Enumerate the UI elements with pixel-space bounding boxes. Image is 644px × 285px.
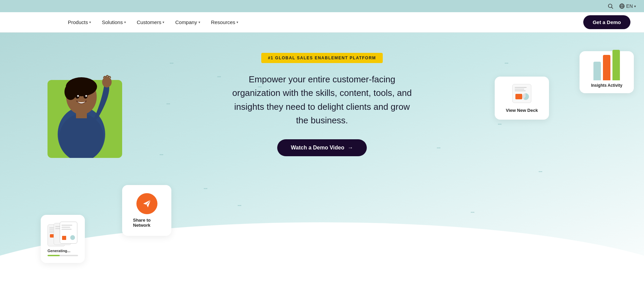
top-bar: EN ▾	[0, 0, 644, 12]
deco-dash: ╌	[204, 185, 207, 192]
lang-chevron: ▾	[634, 4, 636, 8]
resources-chevron: ▾	[236, 20, 238, 24]
deco-dash: ╌	[238, 202, 241, 209]
svg-rect-10	[76, 110, 87, 118]
svg-line-1	[611, 7, 613, 8]
insights-bars-chart	[593, 57, 620, 80]
gen-docs-visual	[48, 222, 78, 245]
gen-progress-bar	[48, 255, 78, 256]
share-label: Share to Network	[133, 218, 160, 228]
share-to-network-card[interactable]: Share to Network	[122, 185, 171, 236]
hero-badge: #1 GLOBAL SALES ENABLEMENT PLATFORM	[261, 53, 383, 63]
gen-progress-fill	[48, 255, 60, 256]
insights-bar-1	[593, 62, 601, 80]
svg-point-14	[77, 95, 79, 97]
share-icon-circle	[136, 193, 157, 214]
nav-customers[interactable]: Customers ▾	[137, 19, 165, 25]
svg-point-15	[86, 95, 87, 97]
deco-dash: ╌	[538, 168, 542, 176]
insights-label: Insights Activity	[591, 83, 622, 88]
insights-bar-3	[612, 50, 620, 80]
solutions-chevron: ▾	[124, 20, 126, 24]
nav-company[interactable]: Company ▾	[175, 19, 200, 25]
view-new-deck-card[interactable]: View New Deck	[495, 77, 549, 120]
deck-orange-square	[515, 94, 522, 99]
nav-solutions[interactable]: Solutions ▾	[102, 19, 126, 25]
person-card	[37, 66, 126, 158]
hero-section: ╌ ╌ ╌ ╌ ╌ ╌ ╌ ╌ ╌ ╌ ╌ ╌ #1 GLOBAL SALES …	[0, 33, 644, 285]
navbar: Products ▾ Solutions ▾ Customers ▾ Compa…	[0, 12, 644, 33]
gen-doc-3	[60, 222, 77, 244]
insights-bar-2	[603, 55, 610, 80]
deck-document	[512, 84, 531, 103]
hero-heading: Empower your entire customer-facing orga…	[227, 73, 417, 127]
svg-point-11	[102, 77, 112, 87]
deck-pie-chart	[522, 93, 529, 100]
person-image	[41, 66, 122, 158]
deck-doc-lines	[515, 87, 527, 91]
gen-label: Generating...	[48, 249, 78, 253]
generating-card: Generating...	[41, 215, 85, 263]
hero-wave	[0, 222, 644, 285]
customers-chevron: ▾	[163, 20, 164, 24]
watch-demo-button[interactable]: Watch a Demo Video →	[277, 139, 366, 156]
deck-icon	[510, 83, 534, 104]
products-chevron: ▾	[89, 20, 91, 24]
company-chevron: ▾	[198, 20, 200, 24]
search-icon[interactable]	[607, 3, 613, 9]
svg-point-0	[608, 4, 612, 8]
user-lang-menu[interactable]: EN ▾	[619, 3, 636, 9]
deck-label: View New Deck	[506, 108, 538, 113]
nav-links: Products ▾ Solutions ▾ Customers ▾ Compa…	[68, 19, 238, 25]
get-demo-button[interactable]: Get a Demo	[583, 15, 630, 29]
insights-activity-card[interactable]: Insights Activity	[580, 51, 634, 93]
svg-point-9	[64, 84, 77, 100]
nav-resources[interactable]: Resources ▾	[211, 19, 239, 25]
nav-products[interactable]: Products ▾	[68, 19, 91, 25]
deco-dash: ╌	[471, 209, 474, 216]
lang-label: EN	[626, 3, 633, 9]
